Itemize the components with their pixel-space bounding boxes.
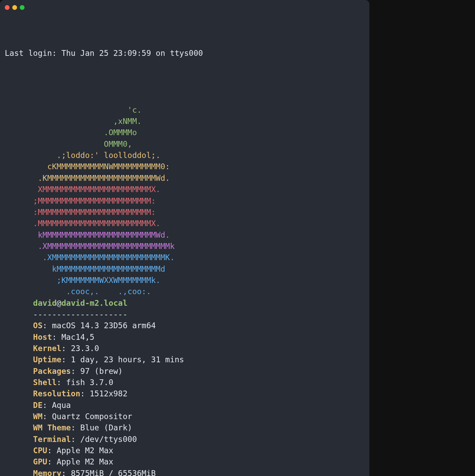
apple-ascii-logo: 'c. ,xNMM. .OMMMMo OMMM0, .;loddo:' lool… — [33, 105, 194, 298]
close-window-button[interactable] — [5, 5, 10, 10]
terminal-content[interactable]: Last login: Thu Jan 25 23:09:59 on ttys0… — [0, 12, 369, 476]
last-login-line: Last login: Thu Jan 25 23:09:59 on ttys0… — [5, 48, 365, 59]
minimize-window-button[interactable] — [12, 5, 17, 10]
system-info: david@david-m2.local -------------------… — [33, 298, 184, 476]
zoom-window-button[interactable] — [20, 5, 25, 10]
window-titlebar — [0, 0, 369, 12]
terminal-window[interactable]: Last login: Thu Jan 25 23:09:59 on ttys0… — [0, 0, 369, 476]
neofetch-block: 'c. ,xNMM. .OMMMMo OMMM0, .;loddo:' lool… — [5, 93, 365, 476]
